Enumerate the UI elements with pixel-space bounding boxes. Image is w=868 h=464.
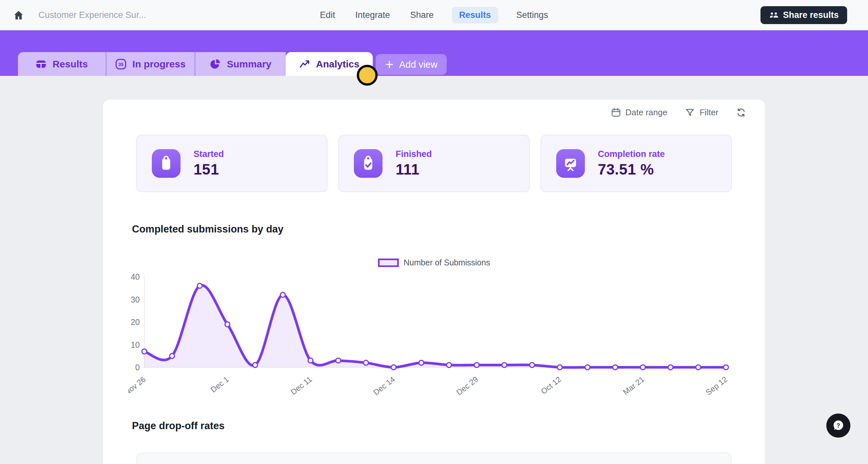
- nav-item-settings[interactable]: Settings: [515, 7, 550, 24]
- presentation-chart-icon: [556, 149, 585, 178]
- nav-item-integrate[interactable]: Integrate: [353, 7, 392, 24]
- view-tab-label: Summary: [227, 59, 271, 70]
- svg-text:10: 10: [131, 340, 140, 350]
- view-tab-summary[interactable]: Summary: [195, 52, 286, 76]
- stat-text: Completion rate73.51 %: [598, 149, 665, 178]
- calendar-icon: [611, 107, 621, 118]
- add-view-button[interactable]: Add view: [376, 54, 447, 75]
- plus-icon: [385, 60, 394, 69]
- svg-text:30: 30: [131, 295, 140, 304]
- view-tab-results[interactable]: Results: [18, 52, 105, 76]
- stat-cards: Started151Finished111Completion rate73.5…: [136, 135, 732, 192]
- view-tab-label: In progress: [132, 59, 185, 70]
- stat-label: Completion rate: [598, 149, 665, 159]
- refresh-button[interactable]: [736, 107, 746, 118]
- nav-item-results[interactable]: Results: [452, 7, 498, 24]
- svg-text:Dec 1: Dec 1: [209, 375, 230, 394]
- cursor-indicator: [357, 65, 378, 86]
- svg-text:Sep 12: Sep 12: [704, 375, 729, 397]
- stat-text: Started151: [193, 149, 224, 178]
- stat-label: Finished: [396, 149, 432, 159]
- badge-count-icon: 35: [115, 59, 126, 70]
- svg-text:?: ?: [837, 422, 840, 429]
- svg-text:Dec 14: Dec 14: [372, 375, 397, 397]
- pie-chart-icon: [210, 59, 221, 70]
- date-range-label: Date range: [626, 107, 668, 118]
- stat-label: Started: [193, 149, 224, 159]
- svg-text:40: 40: [131, 273, 140, 281]
- add-view-label: Add view: [399, 59, 438, 70]
- form-title[interactable]: Customer Experience Sur...: [38, 10, 146, 20]
- nav-item-share[interactable]: Share: [408, 7, 436, 24]
- svg-text:Dec 29: Dec 29: [455, 375, 480, 397]
- share-results-label: Share results: [783, 10, 839, 20]
- submissions-chart: 010203040Nov 26Dec 1Dec 11Dec 14Dec 29Oc…: [128, 273, 734, 403]
- svg-text:Oct 12: Oct 12: [539, 375, 563, 396]
- stat-value: 111: [396, 161, 432, 178]
- svg-text:Nov 26: Nov 26: [128, 375, 147, 397]
- nav-item-edit[interactable]: Edit: [318, 7, 337, 24]
- trend-up-icon: [299, 59, 310, 70]
- refresh-icon: [736, 107, 746, 118]
- users-icon: [769, 10, 779, 20]
- svg-text:20: 20: [131, 318, 140, 327]
- analytics-panel: Date range Filter Started151Finished111C…: [103, 100, 765, 464]
- legend-swatch: [378, 259, 399, 267]
- stat-value: 73.51 %: [598, 161, 665, 178]
- svg-text:Dec 11: Dec 11: [289, 375, 313, 397]
- stat-card-finished: Finished111: [338, 135, 529, 192]
- svg-text:0: 0: [135, 363, 140, 372]
- help-chat-icon: ?: [831, 418, 846, 433]
- clipboard-icon: [152, 149, 181, 178]
- view-tab-in-progress[interactable]: 35In progress: [106, 52, 194, 76]
- submissions-section-title: Completed submissions by day: [132, 223, 283, 235]
- chart-legend: Number of Submissions: [103, 258, 765, 267]
- view-tabs: Results35In progressSummaryAnalytics: [18, 52, 373, 76]
- stat-card-completion-rate: Completion rate73.51 %: [540, 135, 732, 192]
- topbar-nav: EditIntegrateShareResultsSettings: [318, 0, 550, 30]
- svg-text:Mar 21: Mar 21: [621, 375, 646, 397]
- view-tabs-banner: Results35In progressSummaryAnalytics Add…: [0, 30, 868, 76]
- stat-value: 151: [193, 161, 224, 178]
- share-results-button[interactable]: Share results: [761, 6, 847, 24]
- home-icon[interactable]: [13, 10, 24, 21]
- form-analytics-page: Customer Experience Sur... EditIntegrate…: [0, 0, 868, 464]
- filter-button[interactable]: Filter: [685, 107, 718, 118]
- stat-card-started: Started151: [136, 135, 328, 192]
- help-button[interactable]: ?: [826, 413, 850, 438]
- stat-text: Finished111: [396, 149, 432, 178]
- dropoff-card: [136, 453, 732, 464]
- filter-icon: [685, 107, 695, 118]
- filter-label: Filter: [700, 107, 718, 118]
- table-icon: [35, 59, 46, 70]
- svg-text:35: 35: [118, 62, 123, 67]
- date-range-button[interactable]: Date range: [611, 107, 668, 118]
- chart-toolbar: Date range Filter: [611, 107, 746, 118]
- view-tab-label: Results: [53, 59, 88, 70]
- dropoff-section-title: Page drop-off rates: [132, 420, 224, 432]
- legend-label: Number of Submissions: [404, 258, 490, 267]
- topbar-left: Customer Experience Sur...: [13, 0, 146, 30]
- content-area: Date range Filter Started151Finished111C…: [0, 76, 868, 464]
- clipboard-check-icon: [354, 149, 382, 178]
- view-tab-label: Analytics: [316, 59, 360, 70]
- topbar: Customer Experience Sur... EditIntegrate…: [0, 0, 868, 30]
